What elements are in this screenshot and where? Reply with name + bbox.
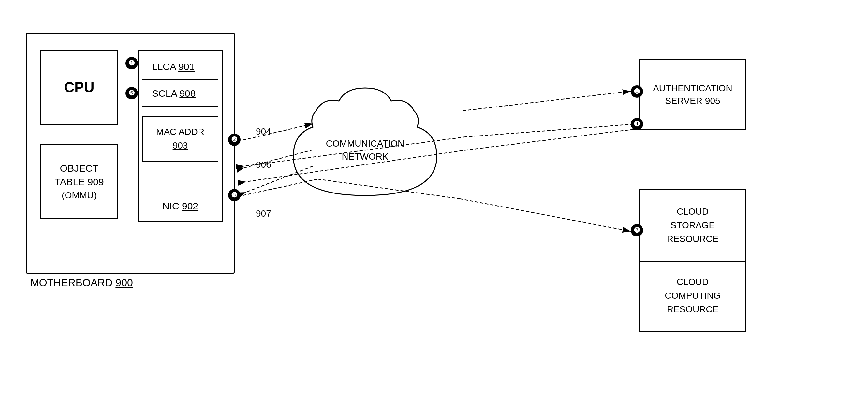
label-906: 906 [256, 160, 271, 170]
nic-llca-container: LLCA 901 SCLA 908 MAC ADDR 903 NIC 902 [138, 50, 223, 222]
object-table-line1: OBJECT [60, 162, 98, 175]
llca-label: LLCA [152, 61, 176, 72]
svg-text:COMMUNICATION: COMMUNICATION [326, 138, 404, 149]
object-table-number: 909 [88, 177, 104, 187]
svg-line-11 [460, 199, 631, 231]
llca-number: 901 [178, 61, 194, 72]
mac-addr-box: MAC ADDR 903 [142, 116, 218, 162]
circle-3: ❸ [631, 85, 643, 98]
cloud-storage-text: CLOUD STORAGE RESOURCE [667, 205, 719, 246]
circle-7: ❼ [631, 224, 643, 236]
auth-server-line2: SERVER 905 [665, 94, 720, 107]
motherboard-text: MOTHERBOARD [30, 277, 113, 289]
cloud-computing-section: CLOUD COMPUTING RESOURCE [640, 260, 745, 331]
nic-label: NIC 902 [139, 201, 222, 212]
auth-server-line1: AUTHENTICATION [653, 82, 733, 94]
motherboard-label: MOTHERBOARD 900 [30, 277, 133, 289]
mac-addr-number: 903 [173, 139, 188, 153]
svg-line-6 [466, 124, 639, 137]
cpu-box: CPU [40, 50, 118, 125]
object-table-line3: (OMMU) [62, 189, 96, 202]
scla-number: 908 [179, 88, 195, 99]
scla-label: SCLA [152, 88, 177, 99]
communication-network-cloud: COMMUNICATION NETWORK [267, 72, 463, 234]
scla-row: SCLA 908 [142, 81, 218, 107]
auth-server-box: AUTHENTICATION SERVER 905 [639, 59, 746, 130]
nic-number: 902 [182, 201, 198, 212]
cloud-computing-text: CLOUD COMPUTING RESOURCE [664, 275, 720, 316]
nic-text: NIC [162, 201, 179, 212]
object-table-line2: TABLE 909 [55, 175, 104, 189]
circle-4: ❹ [631, 118, 643, 130]
circle-2: ❷ [228, 133, 241, 146]
circle-6: ❻ [125, 87, 138, 99]
cloud-storage-section: CLOUD STORAGE RESOURCE [640, 190, 745, 261]
label-904: 904 [256, 126, 271, 137]
cloud-resources-box: CLOUD STORAGE RESOURCE CLOUD COMPUTING R… [639, 189, 746, 332]
svg-line-12 [468, 129, 639, 150]
motherboard-number: 900 [115, 277, 133, 289]
circle-5: ❺ [228, 189, 241, 201]
object-table-box: OBJECT TABLE 909 (OMMU) [40, 144, 118, 219]
svg-line-5 [463, 91, 631, 111]
circle-1: ❶ [125, 57, 138, 69]
svg-text:NETWORK: NETWORK [342, 152, 388, 162]
label-907: 907 [256, 209, 271, 219]
auth-server-number: 905 [705, 96, 720, 106]
cpu-label: CPU [64, 79, 95, 95]
diagram-container: CPU OBJECT TABLE 909 (OMMU) LLCA 901 SCL… [0, 0, 868, 414]
llca-row: LLCA 901 [142, 54, 218, 80]
mac-addr-label: MAC ADDR [156, 125, 205, 139]
